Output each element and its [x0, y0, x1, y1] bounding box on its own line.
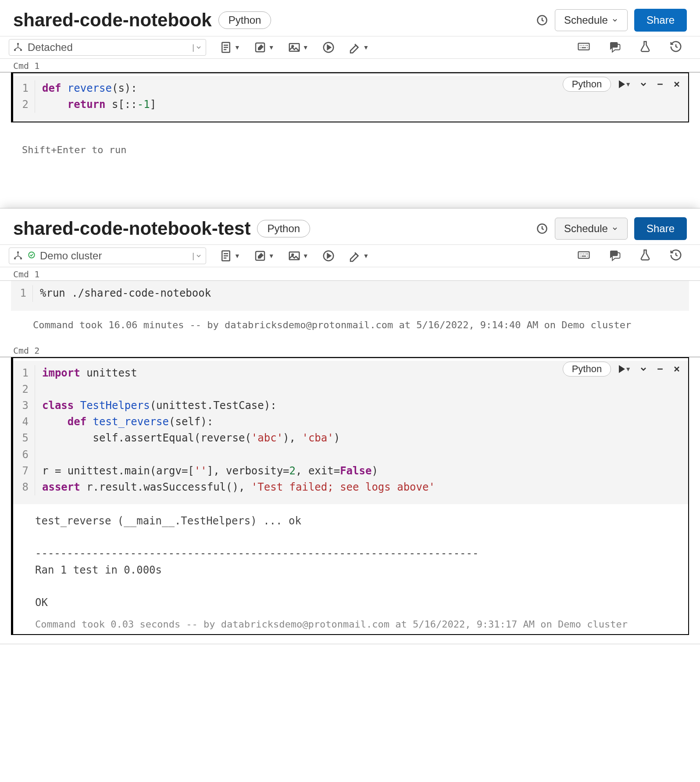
cell-minimize-button[interactable]: [656, 365, 664, 373]
keyboard-shortcuts-icon[interactable]: [577, 40, 590, 55]
schedule-label: Schedule: [564, 14, 608, 26]
cell-run-button[interactable]: ▼: [619, 365, 631, 373]
experiments-icon[interactable]: [639, 248, 652, 263]
cluster-dropdown-caret: |: [192, 43, 202, 52]
cell-2[interactable]: Python ▼ 12345678 import unittest class …: [11, 357, 689, 635]
keyboard-shortcuts-icon[interactable]: [577, 248, 590, 263]
svg-rect-13: [20, 258, 22, 259]
cluster-selector[interactable]: Detached |: [9, 39, 206, 56]
file-menu-button[interactable]: ▼: [219, 249, 240, 262]
toolbar: Detached | ▼ ▼ ▼ ▼: [0, 36, 700, 59]
cell-collapse-button[interactable]: [639, 365, 648, 373]
cell-status: Command took 0.03 seconds -- by databric…: [13, 615, 688, 634]
code-content: import unittest class TestHelpers(unitte…: [35, 365, 688, 496]
cell-header: Python ▼: [13, 73, 688, 92]
schedule-button[interactable]: Schedule: [555, 218, 628, 240]
cell-close-button[interactable]: [672, 365, 681, 373]
image-menu-button[interactable]: ▼: [288, 41, 309, 54]
svg-rect-20: [579, 252, 589, 258]
comments-icon[interactable]: [608, 40, 621, 55]
schedule-button[interactable]: Schedule: [555, 9, 628, 31]
cell-output: test_reverse (__main__.TestHelpers) ... …: [13, 504, 688, 615]
revision-history-icon[interactable]: [669, 40, 682, 55]
chevron-down-icon: [611, 225, 618, 232]
line-gutter: 1: [11, 285, 33, 301]
cell-language-pill[interactable]: Python: [563, 362, 611, 377]
cluster-name: Demo cluster: [40, 250, 102, 262]
svg-rect-2: [14, 49, 16, 51]
file-menu-button[interactable]: ▼: [219, 41, 240, 54]
run-hint: Shift+Enter to run: [0, 131, 700, 208]
code-editor[interactable]: 12345678 import unittest class TestHelpe…: [13, 361, 688, 505]
share-button[interactable]: Share: [634, 9, 687, 32]
language-pill[interactable]: Python: [257, 220, 310, 237]
toolbar: Demo cluster | ▼ ▼ ▼ ▼: [0, 244, 700, 267]
last-run-icon[interactable]: [536, 14, 548, 26]
cell-1[interactable]: 1 %run ./shared-code-notebook Command to…: [11, 281, 689, 343]
cell-close-button[interactable]: [672, 80, 681, 89]
run-all-button[interactable]: [322, 41, 335, 54]
language-pill[interactable]: Python: [218, 11, 271, 29]
notebook-1: shared-code-notebook Python Schedule Sha…: [0, 0, 700, 208]
cmd-1-label: Cmd 1: [0, 267, 700, 281]
revision-history-icon[interactable]: [669, 248, 682, 263]
cmd-1-label: Cmd 1: [0, 59, 700, 72]
cluster-icon: [13, 42, 23, 53]
chevron-down-icon: [611, 17, 618, 24]
schedule-label: Schedule: [564, 222, 608, 235]
edit-menu-button[interactable]: ▼: [254, 41, 275, 54]
comments-icon[interactable]: [608, 248, 621, 263]
notebook-title[interactable]: shared-code-notebook: [13, 10, 212, 31]
clear-menu-button[interactable]: ▼: [348, 249, 369, 262]
share-button[interactable]: Share: [634, 217, 687, 240]
cell-collapse-button[interactable]: [639, 80, 648, 89]
clear-menu-button[interactable]: ▼: [348, 41, 369, 54]
cell-language-pill[interactable]: Python: [563, 77, 611, 92]
header: shared-code-notebook-test Python Schedul…: [0, 208, 700, 244]
cluster-dropdown-caret: |: [192, 251, 202, 261]
cluster-name: Detached: [28, 41, 73, 54]
cluster-icon: [13, 251, 23, 261]
cell-status: Command took 16.06 minutes -- by databri…: [11, 311, 689, 344]
experiments-icon[interactable]: [639, 40, 652, 55]
notebook-title[interactable]: shared-code-notebook-test: [13, 218, 250, 239]
code-editor[interactable]: 1 %run ./shared-code-notebook: [11, 281, 689, 310]
cell-1[interactable]: Python ▼ 12 def reverse(s): return s[::-…: [11, 72, 689, 122]
cluster-status-icon: [28, 251, 36, 261]
svg-rect-1: [17, 43, 19, 45]
cell-minimize-button[interactable]: [656, 80, 664, 89]
code-content: %run ./shared-code-notebook: [33, 285, 689, 301]
svg-rect-9: [579, 43, 589, 50]
cell-header: Python ▼: [13, 358, 688, 377]
cell-run-button[interactable]: ▼: [619, 80, 631, 88]
svg-rect-3: [20, 49, 22, 51]
svg-rect-12: [14, 258, 16, 259]
header: shared-code-notebook Python Schedule Sha…: [0, 0, 700, 36]
cluster-selector[interactable]: Demo cluster |: [9, 248, 206, 264]
edit-menu-button[interactable]: ▼: [254, 249, 275, 262]
notebook-2: shared-code-notebook-test Python Schedul…: [0, 208, 700, 644]
cmd-2-label: Cmd 2: [0, 344, 700, 357]
image-menu-button[interactable]: ▼: [288, 249, 309, 262]
line-gutter: 12345678: [13, 365, 35, 496]
svg-rect-11: [17, 251, 19, 253]
last-run-icon[interactable]: [536, 222, 548, 235]
run-all-button[interactable]: [322, 249, 335, 262]
